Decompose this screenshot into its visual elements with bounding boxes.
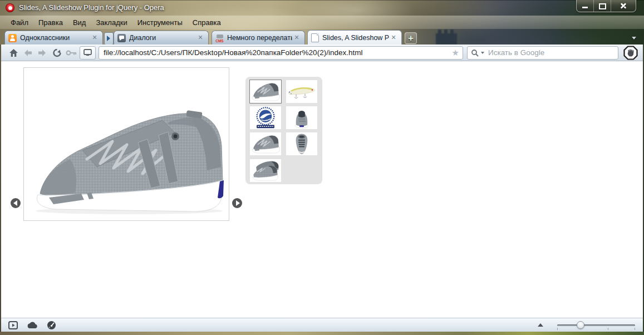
thumbnail-blue-round-logo[interactable] [250, 106, 281, 129]
tab-label: Одноклассники [20, 34, 90, 42]
address-bar: ★ [1, 45, 643, 61]
thumbnail-panel [245, 77, 322, 184]
tab-close-button[interactable]: × [90, 33, 99, 42]
bookmark-star-icon[interactable]: ★ [452, 48, 459, 57]
view-mode-button[interactable] [80, 46, 96, 60]
search-input[interactable] [487, 48, 614, 57]
minimize-icon [582, 7, 588, 8]
panels-toggle-button[interactable] [8, 321, 18, 329]
thumbnail-image [250, 106, 281, 129]
slideshow-prev-button[interactable] [11, 198, 21, 208]
reload-button[interactable] [50, 46, 64, 60]
key-icon [66, 50, 77, 56]
forward-arrow-icon [37, 49, 47, 57]
cloud-icon [26, 321, 38, 329]
tab-close-button[interactable]: × [389, 33, 398, 42]
tab-odnoklassniki[interactable]: Одноклассники × [4, 31, 103, 45]
window-controls [576, 0, 636, 12]
slideshow-main-image [23, 67, 229, 221]
reload-icon [52, 48, 62, 57]
cms-site-icon: CMS [215, 34, 224, 42]
extension-hand-button[interactable] [623, 46, 638, 60]
thumbnail-image [250, 159, 281, 182]
thumbnail-image [250, 132, 281, 155]
password-key-button[interactable] [64, 46, 78, 60]
home-icon [9, 48, 18, 57]
zoom-slider-thumb[interactable] [577, 321, 584, 329]
home-button[interactable] [6, 46, 21, 60]
tab-slides-active[interactable]: Slides, A Slideshow Plu... × [307, 30, 402, 45]
menu-bar: Файл Правка Вид Закладки Инструменты Спр… [0, 16, 644, 29]
window-left-frame [0, 45, 1, 332]
window-header: Slides, A Slideshow Plugin for jQuery - … [0, 0, 644, 45]
thumbnail-sneaker-top-view[interactable] [286, 132, 317, 155]
window-bottom-frame [0, 332, 644, 335]
tab-bar: Одноклассники × Диалоги × CMS Немного пе… [0, 29, 644, 45]
menu-item-tools[interactable]: Инструменты [132, 17, 188, 28]
tab-group-expander-button[interactable] [104, 32, 114, 45]
thumbnail-sneaker-side-view[interactable] [250, 80, 281, 103]
zoom-menu-button[interactable] [535, 321, 546, 329]
window-title: Slides, A Slideshow Plugin for jQuery - … [19, 3, 164, 12]
opera-turbo-button[interactable] [47, 321, 56, 330]
thumbnail-sneaker-side-view-alt[interactable] [250, 132, 281, 155]
page-content [1, 61, 643, 318]
zoom-controls [535, 318, 635, 332]
menu-item-edit[interactable]: Правка [33, 17, 68, 28]
menu-item-help[interactable]: Справка [188, 17, 226, 28]
zoom-tick [557, 328, 558, 330]
close-window-button[interactable] [611, 0, 636, 12]
thumbnail-sneaker-pair[interactable] [250, 159, 281, 182]
opera-logo-icon [6, 3, 14, 12]
menu-item-view[interactable]: Вид [68, 17, 91, 28]
minimize-button[interactable] [577, 0, 594, 12]
thumbnail-fishing-lure[interactable] [286, 80, 317, 103]
url-input[interactable] [102, 48, 450, 57]
tab-close-button[interactable]: × [196, 33, 205, 42]
thumbnail-image [250, 80, 281, 103]
search-icon [471, 49, 479, 57]
thumbnail-sneaker-front-view[interactable] [286, 106, 317, 129]
tab-label: Диалоги [129, 34, 196, 42]
thumbnail-image [286, 106, 317, 129]
zoom-slider[interactable] [557, 318, 635, 332]
new-tab-button[interactable]: + [405, 32, 417, 44]
octagon-hand-icon [623, 46, 638, 60]
monitor-icon [83, 49, 92, 56]
url-field-container: ★ [99, 46, 463, 60]
search-engine-chevron-icon[interactable] [481, 52, 484, 54]
opera-link-button[interactable] [26, 321, 38, 329]
maximize-icon [599, 3, 606, 9]
speedometer-icon [47, 321, 56, 330]
cms-icon-text: CMS [215, 39, 224, 43]
tab-list-chevron-icon[interactable] [632, 37, 636, 40]
menu-item-bookmarks[interactable]: Закладки [91, 17, 132, 28]
panel-toggle-icon [8, 321, 18, 329]
maximize-button[interactable] [594, 0, 611, 12]
back-button[interactable] [21, 46, 35, 60]
tab-close-button[interactable]: × [292, 33, 301, 42]
sneaker-illustration [29, 88, 224, 216]
thumbnail-image [286, 132, 317, 155]
search-field-container [467, 46, 618, 60]
chat-bubble-icon [117, 34, 126, 42]
back-arrow-icon [23, 49, 33, 57]
thumbnail-image [286, 80, 317, 103]
title-bar: Slides, A Slideshow Plugin for jQuery - … [0, 0, 644, 16]
zoom-tick [608, 328, 608, 330]
page-icon [311, 33, 319, 42]
odnoklassniki-icon [8, 34, 17, 42]
tab-cms[interactable]: CMS Немного переделать ... × [212, 31, 305, 45]
opera-browser-window: Slides, A Slideshow Plugin for jQuery - … [0, 0, 644, 335]
tab-label: Немного переделать ... [227, 34, 292, 42]
status-bar [1, 318, 643, 332]
slideshow-next-button[interactable] [232, 198, 242, 208]
zoom-tick [635, 328, 635, 330]
tab-label: Slides, A Slideshow Plu... [322, 34, 389, 42]
tab-dialogs[interactable]: Диалоги × [114, 31, 209, 45]
forward-button[interactable] [35, 46, 50, 60]
zoom-slider-track[interactable] [557, 324, 635, 326]
menu-item-file[interactable]: Файл [6, 17, 33, 28]
